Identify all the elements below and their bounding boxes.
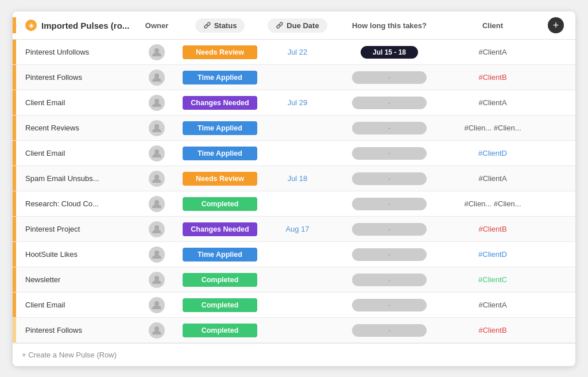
row-howlong: - [332, 223, 447, 236]
status-badge[interactable]: Changes Needed [183, 222, 257, 236]
add-column-button[interactable]: + [548, 17, 564, 33]
status-badge[interactable]: Completed [183, 273, 257, 287]
table-row[interactable]: Newsletter Completed - #ClientC [13, 267, 575, 293]
col-header-duedate[interactable]: Due Date [263, 18, 332, 33]
create-row-button[interactable]: + Create a New Pulse (Row) [13, 343, 575, 366]
row-client: #ClientA [447, 98, 539, 107]
svg-point-1 [154, 74, 159, 78]
row-status[interactable]: Needs Review [177, 43, 263, 61]
row-status[interactable]: Completed [177, 271, 263, 289]
row-status[interactable]: Changes Needed [177, 94, 263, 112]
table-row[interactable]: Client Email Completed - #ClientA [13, 293, 575, 318]
status-badge[interactable]: Changes Needed [183, 96, 257, 110]
row-name: Pinterest Follows [16, 73, 137, 82]
avatar [149, 297, 165, 313]
create-row-label: + Create a New Pulse (Row) [22, 351, 117, 359]
row-client: #ClientB [447, 326, 539, 334]
row-client: #ClientA [447, 174, 539, 183]
svg-point-8 [154, 251, 159, 255]
howlong-badge: - [352, 97, 427, 109]
row-status[interactable]: Time Applied [177, 119, 263, 137]
table-row[interactable]: Pinterest Project Changes Needed Aug 17 … [13, 217, 575, 242]
status-badge[interactable]: Needs Review [183, 45, 257, 59]
row-name: Client Email [16, 301, 137, 309]
howlong-badge: - [352, 147, 427, 160]
status-badge[interactable]: Completed [183, 197, 257, 211]
row-status[interactable]: Time Applied [177, 144, 263, 163]
row-owner [137, 297, 177, 313]
table-row[interactable]: Client Email Time Applied - #ClientD [13, 141, 575, 166]
status-badge[interactable]: Completed [183, 298, 257, 312]
svg-point-4 [154, 149, 159, 154]
row-howlong: - [332, 324, 447, 337]
table-row[interactable]: Research: Cloud Co... Completed - #Clien… [13, 191, 575, 217]
status-badge[interactable]: Time Applied [183, 71, 257, 84]
row-howlong: - [332, 198, 447, 210]
svg-point-7 [154, 225, 159, 230]
status-badge[interactable]: Time Applied [183, 121, 257, 135]
svg-point-2 [154, 99, 159, 103]
col-header-status[interactable]: Status [177, 18, 263, 33]
howlong-badge: - [352, 198, 427, 210]
row-client: #ClientB [447, 225, 539, 233]
table-row[interactable]: Pinterest Follows Time Applied - #Client… [13, 65, 575, 90]
status-badge[interactable]: Completed [183, 324, 257, 337]
row-owner [137, 171, 177, 187]
howlong-badge: - [352, 299, 427, 311]
table-title: Imported Pulses (ro... [41, 21, 129, 30]
row-owner [137, 247, 177, 263]
svg-point-0 [154, 48, 159, 53]
table-row[interactable]: Pinterest Unfollows Needs Review Jul 22 … [13, 40, 575, 65]
col-header-add[interactable]: + [539, 17, 573, 33]
row-howlong: Jul 15 - 18 [332, 46, 447, 59]
row-status[interactable]: Time Applied [177, 68, 263, 87]
row-duedate: Jul 18 [263, 174, 332, 183]
row-duedate: Jul 29 [263, 98, 332, 107]
table-row[interactable]: Spam Email Unsubs... Needs Review Jul 18… [13, 166, 575, 191]
row-client: #Clien... #Clien... [447, 199, 539, 208]
row-status[interactable]: Time Applied [177, 245, 263, 264]
svg-point-3 [154, 124, 159, 129]
row-howlong: - [332, 274, 447, 286]
row-howlong: - [332, 172, 447, 185]
avatar [149, 247, 165, 263]
row-name: Client Email [16, 149, 137, 157]
row-name: Research: Cloud Co... [16, 199, 137, 208]
row-owner [137, 145, 177, 161]
howlong-badge: - [352, 248, 427, 261]
status-badge[interactable]: Time Applied [183, 248, 257, 261]
table-row[interactable]: Recent Reviews Time Applied - #Clien... … [13, 116, 575, 141]
row-owner [137, 44, 177, 60]
row-status[interactable]: Needs Review [177, 170, 263, 188]
row-status[interactable]: Completed [177, 321, 263, 340]
row-howlong: - [332, 248, 447, 261]
row-owner [137, 221, 177, 237]
table-row[interactable]: Client Email Changes Needed Jul 29 - #Cl… [13, 90, 575, 116]
avatar [149, 120, 165, 136]
howlong-badge: - [352, 274, 427, 286]
row-status[interactable]: Completed [177, 296, 263, 314]
row-client: #ClientD [447, 149, 539, 157]
status-column-button[interactable]: Status [195, 18, 245, 33]
duedate-column-label: Due Date [287, 21, 319, 30]
row-owner [137, 70, 177, 86]
row-status[interactable]: Completed [177, 195, 263, 213]
row-owner [137, 322, 177, 338]
row-client: #Clien... #Clien... [447, 124, 539, 132]
table-row[interactable]: HootSuite Likes Time Applied - #ClientD [13, 242, 575, 267]
duedate-column-button[interactable]: Due Date [268, 18, 327, 33]
svg-point-9 [154, 276, 159, 280]
table-row[interactable]: Pinterest Follows Completed - #ClientB [13, 318, 575, 343]
row-client: #ClientD [447, 250, 539, 259]
status-badge[interactable]: Needs Review [183, 172, 257, 186]
avatar [149, 70, 165, 86]
row-howlong: - [332, 147, 447, 160]
row-client: #ClientA [447, 301, 539, 309]
status-badge[interactable]: Time Applied [183, 147, 257, 160]
howlong-badge: - [352, 223, 427, 236]
row-status[interactable]: Changes Needed [177, 220, 263, 238]
row-owner [137, 196, 177, 212]
row-name: Pinterest Project [16, 225, 137, 233]
row-name: HootSuite Likes [16, 250, 137, 259]
svg-point-11 [154, 326, 159, 331]
